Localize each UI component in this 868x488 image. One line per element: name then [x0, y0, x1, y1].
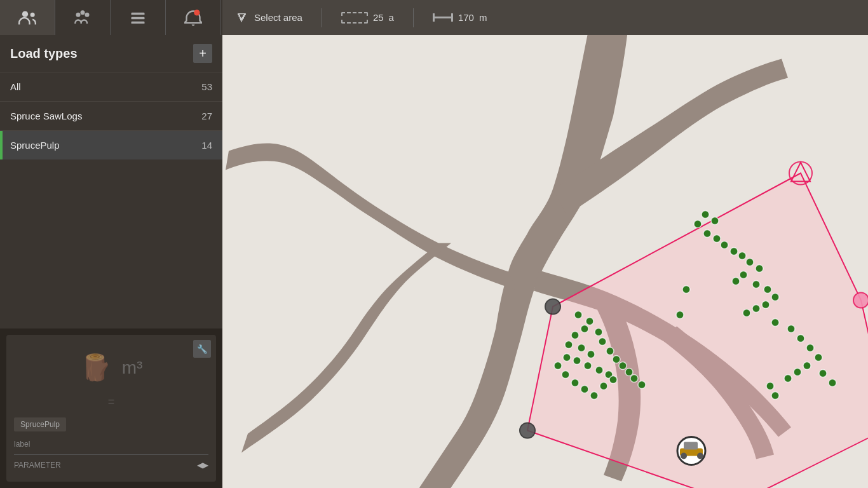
select-area-label: Select area [254, 12, 302, 23]
svg-point-28 [562, 371, 569, 379]
select-area-tool[interactable]: ⛛ Select area [235, 10, 302, 26]
area-icon [341, 12, 368, 24]
tab-groups[interactable] [55, 0, 111, 35]
svg-point-53 [815, 354, 822, 362]
svg-point-23 [595, 367, 603, 374]
toolbar-separator-1 [322, 8, 322, 27]
load-type-spruce-pulp[interactable]: SprucePulp 14 [0, 130, 222, 159]
distance-value: 170 [458, 12, 474, 23]
svg-point-3 [81, 10, 85, 15]
parameter-label: PARAMETER [14, 461, 61, 470]
svg-rect-5 [132, 12, 145, 14]
load-type-all[interactable]: All 53 [0, 72, 222, 101]
svg-point-77 [681, 453, 687, 459]
svg-point-67 [676, 311, 684, 319]
svg-point-38 [738, 252, 746, 260]
svg-point-35 [638, 381, 646, 389]
svg-point-57 [819, 370, 827, 377]
info-row-label: label [14, 438, 208, 451]
load-type-all-label: All [10, 81, 21, 92]
load-types-title: Load types [10, 46, 78, 61]
svg-point-62 [711, 217, 719, 225]
equals-line: = [14, 395, 208, 409]
load-type-all-count: 53 [201, 81, 212, 92]
svg-point-45 [771, 294, 779, 301]
settings-icon: 🔧 [197, 344, 208, 354]
svg-point-26 [563, 354, 571, 362]
top-toolbar: ⛛ Select area 25 a 170 m [0, 0, 868, 35]
svg-point-0 [22, 11, 28, 17]
svg-point-66 [682, 286, 690, 294]
map-area[interactable] [222, 35, 868, 488]
svg-point-63 [694, 220, 702, 228]
svg-point-71 [853, 293, 868, 308]
area-value: 25 [373, 12, 384, 23]
toolbar-separator-2 [413, 8, 414, 27]
svg-point-32 [600, 383, 607, 390]
map-svg [222, 35, 868, 488]
sidebar-info-rows: label PARAMETER ◀▶ [14, 435, 208, 474]
sidebar-divider [14, 454, 208, 455]
spruce-pulp-badge-container: SprucePulp [14, 411, 208, 435]
svg-point-11 [581, 325, 588, 333]
load-type-spruce-sawlogs-count: 27 [201, 111, 212, 121]
svg-point-21 [625, 369, 633, 376]
svg-point-49 [771, 319, 779, 327]
svg-point-41 [740, 271, 747, 279]
sidebar-bottom-inner: 🔧 🪵 m³ = SprucePulp label PARAMETER ◀▶ [6, 335, 216, 482]
load-type-spruce-pulp-count: 14 [201, 140, 212, 151]
toolbar-right: ⛛ Select area 25 a 170 m [222, 0, 868, 35]
svg-point-19 [613, 356, 620, 363]
svg-point-34 [630, 375, 638, 383]
svg-point-16 [587, 351, 595, 358]
spruce-pulp-badge: SprucePulp [14, 417, 66, 431]
distance-display: 170 m [433, 12, 487, 23]
sidebar-bottom-panel: 🔧 🪵 m³ = SprucePulp label PARAMETER ◀▶ [0, 329, 222, 488]
svg-point-33 [609, 376, 617, 384]
svg-point-46 [762, 301, 770, 309]
svg-point-24 [584, 362, 592, 370]
svg-point-18 [606, 348, 614, 355]
svg-point-64 [703, 230, 711, 238]
svg-point-55 [794, 369, 801, 376]
tab-alerts[interactable] [166, 0, 221, 35]
svg-point-70 [545, 299, 560, 315]
svg-point-44 [764, 286, 771, 294]
svg-point-61 [702, 211, 709, 219]
svg-rect-79 [684, 442, 698, 450]
svg-point-14 [565, 341, 573, 349]
m3-display: 🪵 m³ [14, 342, 208, 393]
settings-button[interactable]: 🔧 [193, 340, 211, 358]
svg-point-39 [746, 259, 754, 266]
tab-layers[interactable] [111, 0, 166, 35]
main-content: Load types + All 53 Spruce SawLogs 27 Sp… [0, 35, 868, 488]
m3-unit-label: m³ [122, 358, 143, 378]
area-display: 25 a [341, 12, 394, 24]
info-row-parameter: PARAMETER ◀▶ [14, 459, 208, 471]
add-load-type-button[interactable]: + [193, 44, 212, 63]
svg-point-20 [619, 362, 627, 370]
svg-point-47 [752, 305, 760, 313]
svg-point-43 [752, 281, 760, 288]
svg-point-37 [730, 248, 738, 255]
nav-tabs [0, 0, 222, 35]
svg-point-13 [595, 329, 602, 336]
svg-point-60 [771, 392, 779, 400]
svg-point-2 [76, 12, 81, 17]
svg-point-58 [829, 379, 836, 387]
load-types-header: Load types + [0, 35, 222, 72]
area-unit: a [389, 12, 394, 23]
tab-people[interactable] [0, 0, 55, 35]
svg-point-9 [574, 311, 582, 319]
load-type-spruce-sawlogs-label: Spruce SawLogs [10, 111, 82, 121]
svg-point-74 [520, 423, 535, 438]
volume-icon: 🪵 [80, 353, 112, 383]
load-type-spruce-sawlogs[interactable]: Spruce SawLogs 27 [0, 101, 222, 130]
svg-point-40 [756, 265, 763, 273]
distance-icon [433, 17, 453, 18]
svg-point-51 [797, 335, 804, 342]
svg-point-56 [784, 375, 792, 383]
svg-point-59 [766, 383, 774, 390]
svg-point-42 [732, 278, 740, 285]
svg-point-78 [697, 453, 703, 459]
